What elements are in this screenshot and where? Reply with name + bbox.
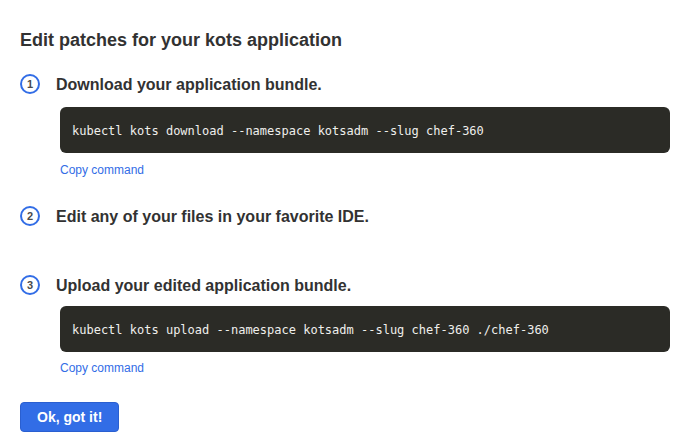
step-1-body: kubectl kots download --namespace kotsad…	[60, 107, 670, 178]
step-1-command-block: kubectl kots download --namespace kotsad…	[60, 107, 670, 153]
step-2-number-badge: 2	[20, 206, 40, 226]
edit-patches-dialog: { "modal": { "title": "Edit patches for …	[0, 0, 690, 443]
step-2: 2 Edit any of your files in your favorit…	[20, 206, 670, 226]
page-title: Edit patches for your kots application	[20, 31, 670, 49]
step-3-copy-command-link[interactable]: Copy command	[60, 361, 144, 375]
step-2-heading: Edit any of your files in your favorite …	[56, 207, 369, 226]
step-3-number-badge: 3	[20, 275, 40, 295]
step-1-command-text: kubectl kots download --namespace kotsad…	[72, 124, 484, 138]
step-3: 3 Upload your edited application bundle.…	[20, 275, 670, 376]
step-3-body: kubectl kots upload --namespace kotsadm …	[60, 306, 670, 376]
step-3-header: 3 Upload your edited application bundle.	[20, 275, 670, 295]
step-3-command-text: kubectl kots upload --namespace kotsadm …	[72, 323, 549, 337]
step-1-header: 1 Download your application bundle.	[20, 74, 670, 94]
step-1-heading: Download your application bundle.	[56, 75, 322, 94]
ok-got-it-button[interactable]: Ok, got it!	[20, 402, 119, 432]
step-3-command-block: kubectl kots upload --namespace kotsadm …	[60, 306, 670, 352]
step-2-header: 2 Edit any of your files in your favorit…	[20, 206, 670, 226]
step-1: 1 Download your application bundle. kube…	[20, 74, 670, 178]
dialog-footer: Ok, got it!	[20, 376, 670, 432]
step-1-copy-command-link[interactable]: Copy command	[60, 163, 144, 177]
step-1-number-badge: 1	[20, 74, 40, 94]
step-3-heading: Upload your edited application bundle.	[56, 276, 351, 295]
